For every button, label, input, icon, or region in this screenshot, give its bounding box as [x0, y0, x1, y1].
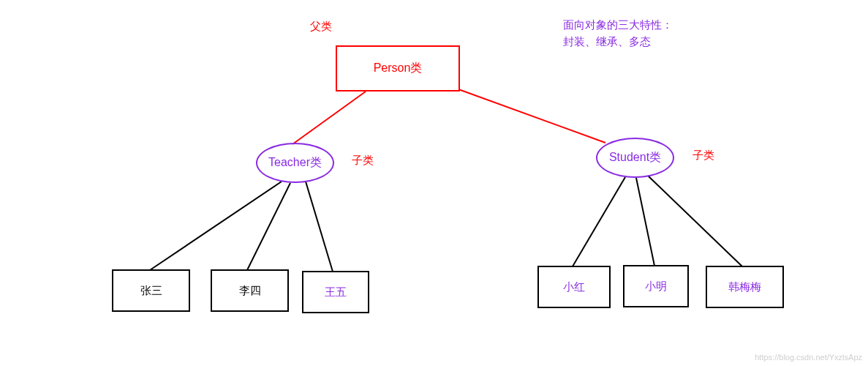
student-node-label: Student类: [609, 150, 661, 165]
child-label-left: 子类: [352, 154, 374, 168]
teacher-node-label: Teacher类: [268, 155, 322, 171]
child-label-right: 子类: [692, 149, 714, 163]
student-instance-label: 小红: [563, 280, 585, 294]
student-instance: 韩梅梅: [706, 266, 784, 308]
svg-line-6: [636, 178, 654, 266]
svg-line-7: [648, 176, 742, 266]
svg-line-4: [306, 182, 333, 272]
student-node: Student类: [596, 138, 674, 178]
svg-line-2: [150, 182, 282, 270]
teacher-instance: 李四: [211, 269, 289, 312]
teacher-instance: 张三: [112, 269, 190, 312]
teacher-instance-label: 王五: [325, 285, 347, 299]
svg-line-0: [293, 92, 366, 144]
person-node-label: Person类: [374, 61, 423, 76]
parent-label: 父类: [310, 20, 332, 34]
watermark: https://blog.csdn.net/YxzlsApz: [755, 353, 862, 362]
person-node: Person类: [336, 45, 460, 92]
student-instance-label: 小明: [645, 280, 667, 294]
student-instance-label: 韩梅梅: [728, 280, 761, 294]
oop-features-list: 封装、继承、多态: [563, 35, 651, 49]
teacher-node: Teacher类: [256, 143, 334, 183]
teacher-instance-label: 张三: [140, 284, 162, 298]
svg-line-3: [247, 183, 290, 270]
svg-line-1: [458, 89, 605, 143]
student-instance: 小明: [623, 265, 689, 307]
svg-line-5: [573, 177, 625, 266]
teacher-instance-label: 李四: [239, 284, 261, 298]
student-instance: 小红: [537, 266, 611, 308]
teacher-instance: 王五: [302, 271, 369, 313]
oop-features-title: 面向对象的三大特性：: [563, 18, 673, 32]
